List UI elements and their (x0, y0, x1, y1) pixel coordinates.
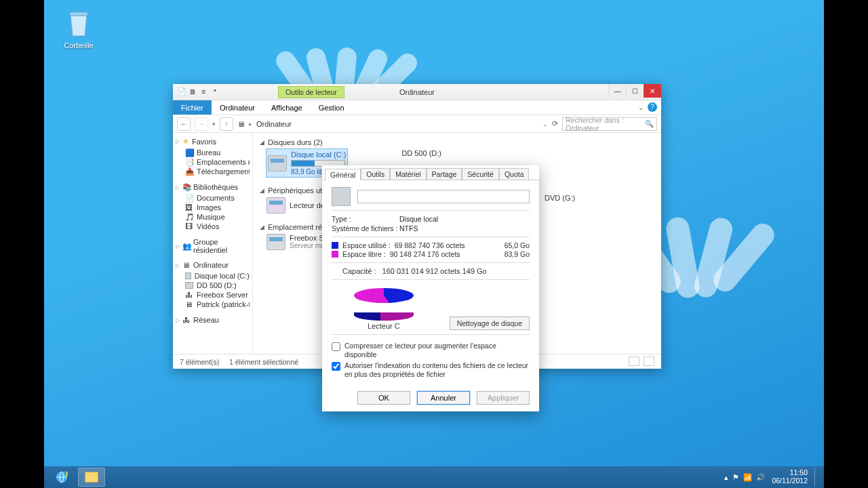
drive-d[interactable]: DD 500 (D:) (401, 149, 441, 157)
compress-checkbox[interactable]: Compresser ce lecteur pour augmenter l'e… (332, 342, 530, 359)
minimize-button[interactable]: — (608, 84, 626, 98)
capacity-label: Capacité : (342, 267, 376, 275)
ribbon: Fichier Ordinateur Affichage Gestion ⌄ ? (173, 100, 661, 115)
nav-item-recent[interactable]: 📑Emplacements récen (176, 157, 250, 167)
refresh-icon[interactable]: ⟳ (552, 119, 558, 128)
nav-history-icon[interactable]: ▾ (212, 121, 216, 127)
show-desktop-button[interactable] (814, 468, 820, 487)
clock-date: 06/11/2012 (772, 477, 808, 485)
nav-forward-button[interactable]: → (195, 117, 208, 131)
nav-item-desktop[interactable]: 🟦Bureau (176, 148, 250, 157)
fs-value: NTFS (399, 224, 530, 232)
search-input[interactable]: Rechercher dans : Ordinateur 🔍 (562, 117, 657, 131)
usage-pie-chart (354, 288, 414, 319)
breadcrumb-dropdown-icon[interactable]: ⌄ (542, 121, 548, 127)
nav-group-homegroup[interactable]: ▷👥Groupe résidentiel (176, 238, 250, 254)
tray-flag-icon[interactable]: ⚑ (732, 473, 739, 481)
type-label: Type : (332, 215, 399, 223)
search-icon: 🔍 (645, 119, 654, 128)
properties-dialog: Général Outils Matériel Partage Sécurité… (322, 165, 539, 411)
close-button[interactable]: ✕ (644, 84, 661, 98)
recycle-bin-label: Corbeille (58, 41, 100, 49)
free-label: Espace libre : (342, 250, 386, 258)
tab-sharing[interactable]: Partage (427, 168, 462, 180)
breadcrumb[interactable]: Ordinateur (256, 120, 292, 128)
nav-item-disk-c[interactable]: Disque local (C:) (176, 271, 250, 281)
nav-item-downloads[interactable]: 📥Téléchargements (176, 167, 250, 176)
search-placeholder: Rechercher dans : Ordinateur (566, 116, 645, 132)
computer-icon: 🖥 (237, 120, 245, 128)
nav-group-computer[interactable]: ▷🖥Ordinateur (176, 261, 250, 269)
free-size: 83,9 Go (505, 250, 530, 258)
tab-hardware[interactable]: Matériel (390, 168, 426, 180)
fs-label: Système de fichiers : (332, 224, 399, 232)
ribbon-tab-manage[interactable]: Gestion (311, 100, 353, 115)
nav-group-network[interactable]: ▷🖧Réseau (176, 316, 250, 324)
qat-dropdown-icon[interactable]: ▾ (214, 87, 223, 97)
nav-item-patrick[interactable]: 🖥Patrick (patrick-tosh (176, 300, 250, 309)
tray-up-icon[interactable]: ▴ (724, 473, 728, 481)
section-hard-disks[interactable]: ◢Disques durs (2) (260, 138, 654, 146)
ribbon-tab-computer[interactable]: Ordinateur (212, 100, 263, 115)
optical-drive-icon (267, 197, 285, 214)
nav-item-music[interactable]: 🎵Musique (176, 212, 250, 222)
ribbon-tab-file[interactable]: Fichier (173, 100, 212, 115)
used-label: Espace utilisé : (342, 241, 391, 249)
drive-icon (332, 187, 351, 206)
status-selected: 1 élément sélectionné (229, 358, 298, 366)
nav-item-freebox[interactable]: 🖧Freebox Server (176, 290, 250, 300)
drive-d-label: DD 500 (D:) (401, 149, 441, 157)
server-icon (267, 234, 285, 250)
ok-button[interactable]: OK (357, 391, 410, 405)
folder-icon (85, 472, 98, 483)
view-tiles-button[interactable] (644, 357, 654, 366)
properties-tabs: Général Outils Matériel Partage Sécurité… (322, 165, 539, 180)
qat-icon[interactable]: 🗎 (189, 87, 199, 97)
nav-item-documents[interactable]: 📄Documents (176, 193, 250, 203)
help-icon[interactable]: ? (648, 102, 657, 112)
tab-general[interactable]: Général (325, 169, 361, 180)
nav-back-button[interactable]: ← (177, 117, 191, 131)
nav-item-videos[interactable]: 🎞Vidéos (176, 222, 250, 231)
tab-quota[interactable]: Quota (499, 168, 530, 180)
used-size: 65,0 Go (505, 241, 530, 249)
tab-security[interactable]: Sécurité (462, 168, 499, 180)
recycle-bin[interactable]: Corbeille (58, 10, 100, 49)
type-value: Disque local (399, 215, 530, 223)
address-bar: ← → ▾ ↑ 🖥 ▸ Ordinateur ⌄ ⟳ Rechercher da… (173, 115, 661, 133)
recycle-bin-icon (65, 10, 92, 39)
free-color-swatch (332, 251, 338, 258)
tray-network-icon[interactable]: 📶 (743, 473, 752, 482)
taskbar-explorer-button[interactable] (78, 468, 105, 487)
drive-dvd-label[interactable]: DVD (G:) (545, 194, 575, 202)
drive-label-input[interactable] (357, 190, 530, 203)
cancel-button[interactable]: Annuler (417, 391, 470, 405)
apply-button[interactable]: Appliquer (477, 391, 530, 405)
taskbar: ▴ ⚑ 📶 🔊 11:50 06/11/2012 (44, 466, 824, 488)
nav-group-favorites[interactable]: ▷★Favoris (176, 137, 250, 146)
ribbon-collapse-icon[interactable]: ⌄ (638, 104, 644, 111)
window-title: Ordinateur (399, 88, 435, 96)
qat-icon[interactable]: ≡ (201, 87, 211, 97)
free-bytes: 90 148 274 176 octets (390, 250, 471, 258)
nav-item-disk-d[interactable]: DD 500 (D:) (176, 281, 250, 290)
index-checkbox[interactable]: Autoriser l'indexation du contenu des fi… (332, 361, 530, 379)
navigation-pane: ▷★Favoris 🟦Bureau 📑Emplacements récen 📥T… (173, 133, 253, 354)
ribbon-tab-view[interactable]: Affichage (263, 100, 311, 115)
used-bytes: 69 882 740 736 octets (395, 241, 476, 249)
used-color-swatch (332, 242, 338, 249)
titlebar[interactable]: 📄 🗎 ≡ ▾ Outils de lecteur Ordinateur — ☐… (173, 84, 661, 100)
view-details-button[interactable] (629, 357, 639, 366)
disk-cleanup-button[interactable]: Nettoyage de disque (450, 317, 530, 330)
contextual-tab-drive-tools[interactable]: Outils de lecteur (278, 86, 344, 98)
qat-icon[interactable]: 📄 (177, 87, 186, 97)
taskbar-ie-button[interactable] (48, 468, 75, 487)
status-count: 7 élément(s) (180, 358, 219, 366)
nav-item-images[interactable]: 🖼Images (176, 203, 250, 212)
tab-tools[interactable]: Outils (361, 168, 390, 180)
taskbar-clock[interactable]: 11:50 06/11/2012 (772, 469, 808, 485)
tray-volume-icon[interactable]: 🔊 (756, 473, 765, 482)
maximize-button[interactable]: ☐ (626, 84, 644, 98)
nav-up-button[interactable]: ↑ (220, 117, 233, 131)
nav-group-libraries[interactable]: ▷📚Bibliothèques (176, 183, 250, 191)
